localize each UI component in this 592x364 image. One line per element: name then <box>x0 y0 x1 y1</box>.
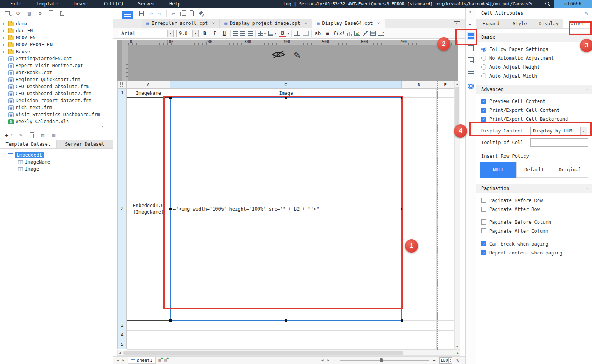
radio-follow-paper-settings[interactable]: Follow Paper Settings <box>476 45 592 54</box>
format-painter-button[interactable] <box>199 11 204 16</box>
chevron-down-icon[interactable] <box>586 186 588 190</box>
align-right-button[interactable] <box>248 31 253 36</box>
search-icon[interactable] <box>545 2 550 7</box>
row-header-3[interactable]: 3 <box>117 320 127 330</box>
zoom-spinner[interactable] <box>448 358 452 363</box>
chevron-down-icon[interactable] <box>586 87 588 91</box>
tab-other[interactable]: Other <box>563 19 592 28</box>
cell-a1[interactable]: ImageName <box>127 89 170 97</box>
tab-template-dataset[interactable]: Template Dataset <box>0 140 57 148</box>
selection-handle[interactable] <box>285 96 287 99</box>
radio-icon[interactable] <box>481 64 486 70</box>
formula-button[interactable]: F(x) <box>333 30 345 37</box>
checkbox-preview-cell-content[interactable]: Preview Cell Content <box>476 97 592 106</box>
dataset-field-imagename[interactable]: ImageName <box>0 158 113 165</box>
align-center-button[interactable] <box>240 31 245 36</box>
doc-tab-irregular-scroll[interactable]: Irregular_scroll.cpt <box>142 19 220 28</box>
user-account-badge[interactable]: mt6666 <box>554 0 592 8</box>
expand-arrow-icon[interactable] <box>3 43 6 47</box>
zoom-slider[interactable] <box>340 358 429 363</box>
font-color-button[interactable]: B <box>279 30 286 37</box>
menu-server[interactable]: Server <box>138 1 155 7</box>
chevron-down-icon[interactable] <box>580 127 587 135</box>
insert-line-button[interactable] <box>363 31 368 36</box>
section-basic[interactable]: Basic <box>476 33 592 42</box>
hide-preview-icon[interactable] <box>271 50 285 60</box>
radio-auto-adjust-height[interactable]: Auto Adjust Height <box>476 63 592 71</box>
tree-file-beginner-quickstart[interactable]: Beginner Quickstart.frm <box>0 76 113 83</box>
widget-settings-icon[interactable] <box>468 57 474 63</box>
collapse-arrow-icon[interactable] <box>4 153 6 157</box>
tab-display[interactable]: Display <box>534 19 563 28</box>
expand-arrow-icon[interactable] <box>3 36 6 40</box>
checkbox-icon[interactable] <box>481 117 486 122</box>
section-pagination[interactable]: Pagination <box>476 184 592 193</box>
insert-combobox-button[interactable] <box>378 31 384 36</box>
radio-no-automatic-adjustment[interactable]: No Automatic Adjustment <box>476 54 592 63</box>
dataset-root-embedded1[interactable]: Embedded1 <box>0 152 113 158</box>
tree-file-workbook5[interactable]: WorkBook5.cpt <box>0 69 113 76</box>
tree-file-decision-report[interactable]: Decision_report_dataset.frm <box>0 97 113 104</box>
copy-button[interactable] <box>59 10 65 16</box>
tree-collapse-bar[interactable] <box>0 125 113 130</box>
add-dataset-dropdown-icon[interactable] <box>11 133 13 137</box>
expand-arrow-icon[interactable] <box>3 29 6 33</box>
tree-folder-ncov-phone-en[interactable]: NCOV-PHONE-EN <box>0 41 113 48</box>
selection-handle[interactable] <box>401 319 403 322</box>
tree-file-cfo-dashboard2[interactable]: CFO Dashboard_absolute2.frm <box>0 90 113 97</box>
align-left-button[interactable] <box>233 31 238 36</box>
checkbox-paginate-before-row[interactable]: Paginate Before Row <box>476 196 592 205</box>
checkbox-icon[interactable] <box>481 219 486 225</box>
tab-expand[interactable]: Expand <box>476 19 505 28</box>
tree-folder-doc-en[interactable]: doc-EN <box>0 27 113 34</box>
undo-button[interactable] <box>149 11 153 17</box>
chevron-down-icon[interactable] <box>192 30 198 37</box>
tree-file-rich-text[interactable]: rich text.frm <box>0 104 113 111</box>
menu-insert[interactable]: Insert <box>73 1 89 7</box>
tab-style[interactable]: Style <box>505 19 534 28</box>
tree-file-visit-statistics[interactable]: Visit Statistics Dashboard.frm <box>0 111 113 118</box>
row-header-2[interactable]: 2 <box>117 97 127 320</box>
selection-handle[interactable] <box>169 208 172 210</box>
checkbox-print-export-cell-content[interactable]: Print/Export Cell Content <box>476 106 592 115</box>
merge-cells-button[interactable] <box>294 31 300 36</box>
selection-handle[interactable] <box>401 208 403 210</box>
checkbox-icon[interactable] <box>481 99 486 104</box>
tree-file-report-visit-monitor[interactable]: Report Visit Monitor.cpt <box>0 62 113 69</box>
new-file-button[interactable] <box>5 10 10 16</box>
edit-mode-icon[interactable] <box>294 50 300 60</box>
insert-text-button[interactable]: ab <box>314 30 321 37</box>
cell-c1[interactable]: Image <box>170 89 402 97</box>
scroll-up-icon[interactable] <box>455 82 460 85</box>
float-element-icon[interactable] <box>468 45 474 51</box>
cell-attributes-icon[interactable] <box>467 32 475 40</box>
delete-button[interactable] <box>48 10 54 16</box>
chevron-down-icon[interactable] <box>102 125 103 129</box>
column-header-e[interactable]: E <box>436 81 454 89</box>
hyperlink-icon[interactable] <box>468 84 474 87</box>
sheet-next-icon[interactable] <box>122 359 124 362</box>
save-button[interactable] <box>139 11 144 16</box>
unmerge-cells-button[interactable] <box>303 31 309 36</box>
page-prev-icon[interactable] <box>321 359 323 362</box>
insert-chart-button[interactable] <box>347 31 352 36</box>
sheet-prev-icon[interactable] <box>117 359 119 362</box>
selection-handle[interactable] <box>169 319 172 322</box>
redo-button[interactable] <box>158 11 161 17</box>
row-header-1[interactable]: 1 <box>117 89 127 97</box>
radio-icon[interactable] <box>481 73 486 78</box>
checkbox-icon[interactable] <box>481 241 486 246</box>
wrap-text-button[interactable] <box>324 30 331 37</box>
expand-attributes-icon[interactable] <box>468 23 474 28</box>
chevron-down-icon[interactable] <box>287 32 289 35</box>
display-content-select[interactable]: Display by HTML <box>530 127 587 135</box>
sheet-tab-sheet1[interactable]: sheet1 <box>128 357 156 364</box>
policy-default-button[interactable]: Default <box>516 162 552 178</box>
font-size-select[interactable]: 9.0 <box>176 30 199 37</box>
checkbox-icon[interactable] <box>481 250 486 255</box>
checkbox-paginate-before-column[interactable]: Paginate Before Column <box>476 218 592 226</box>
add-dataset-button[interactable] <box>4 132 9 138</box>
edit-icon[interactable] <box>585 10 588 16</box>
tab-server-dataset[interactable]: Server Dataset <box>57 140 113 148</box>
fill-color-button[interactable] <box>268 31 273 36</box>
